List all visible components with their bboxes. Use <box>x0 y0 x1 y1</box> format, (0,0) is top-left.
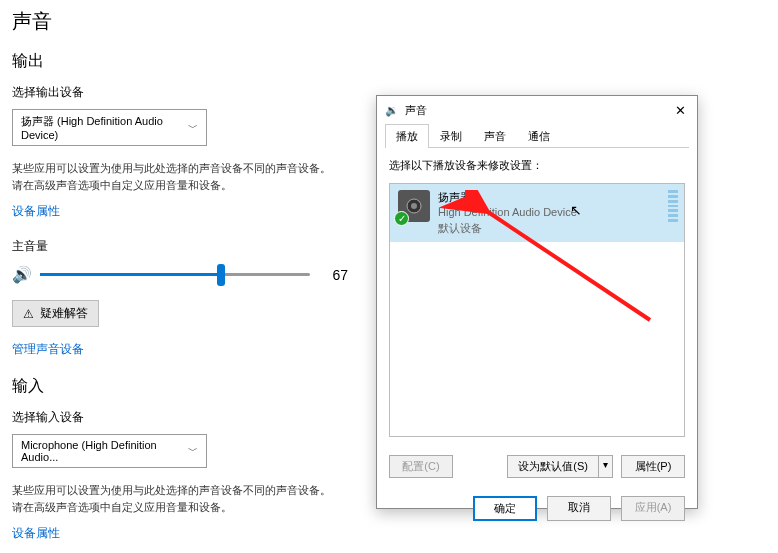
output-device-properties-link[interactable]: 设备属性 <box>12 203 60 220</box>
input-heading: 输入 <box>12 376 348 397</box>
warning-icon: ⚠ <box>23 307 34 321</box>
output-troubleshoot-label: 疑难解答 <box>40 305 88 322</box>
input-device-select-value: Microphone (High Definition Audio... <box>21 439 188 463</box>
speaker-icon: 🔉 <box>385 104 399 117</box>
device-level-meter <box>668 190 678 222</box>
configure-button[interactable]: 配置(C) <box>389 455 453 478</box>
output-heading: 输出 <box>12 51 348 72</box>
input-device-select[interactable]: Microphone (High Definition Audio... ﹀ <box>12 434 207 468</box>
speaker-icon[interactable]: 🔊 <box>12 265 32 284</box>
set-default-label: 设为默认值(S) <box>507 455 598 478</box>
output-desc: 某些应用可以设置为使用与此处选择的声音设备不同的声音设备。请在高级声音选项中自定… <box>12 160 332 193</box>
output-troubleshoot-button[interactable]: ⚠ 疑难解答 <box>12 300 99 327</box>
page-title: 声音 <box>12 8 348 35</box>
tab-sounds[interactable]: 声音 <box>473 124 517 148</box>
svg-point-1 <box>411 203 417 209</box>
device-name: 扬声器 <box>438 190 577 205</box>
output-select-label: 选择输出设备 <box>12 84 348 101</box>
playback-device-list[interactable]: ✓ 扬声器 High Definition Audio Device 默认设备 <box>389 183 685 437</box>
tab-playback[interactable]: 播放 <box>385 124 429 148</box>
tab-record[interactable]: 录制 <box>429 124 473 148</box>
output-manage-devices-link[interactable]: 管理声音设备 <box>12 341 84 358</box>
master-volume-label: 主音量 <box>12 238 348 255</box>
master-volume-slider[interactable] <box>40 273 310 276</box>
playback-device-item[interactable]: ✓ 扬声器 High Definition Audio Device 默认设备 <box>390 184 684 242</box>
ok-button[interactable]: 确定 <box>473 496 537 521</box>
set-default-button[interactable]: 设为默认值(S) ▾ <box>507 455 613 478</box>
default-check-icon: ✓ <box>394 211 409 226</box>
close-icon: ✕ <box>675 103 686 118</box>
output-device-select[interactable]: 扬声器 (High Definition Audio Device) ﹀ <box>12 109 207 146</box>
output-device-select-value: 扬声器 (High Definition Audio Device) <box>21 114 188 141</box>
input-device-properties-link[interactable]: 设备属性 <box>12 525 60 542</box>
master-volume-value: 67 <box>318 267 348 283</box>
properties-button[interactable]: 属性(P) <box>621 455 685 478</box>
dialog-hint: 选择以下播放设备来修改设置： <box>389 158 685 173</box>
input-select-label: 选择输入设备 <box>12 409 348 426</box>
input-desc: 某些应用可以设置为使用与此处选择的声音设备不同的声音设备。请在高级声音选项中自定… <box>12 482 332 515</box>
device-sub: High Definition Audio Device <box>438 205 577 220</box>
tab-communications[interactable]: 通信 <box>517 124 561 148</box>
chevron-down-icon: ﹀ <box>188 444 198 458</box>
cancel-button[interactable]: 取消 <box>547 496 611 521</box>
chevron-down-icon: ﹀ <box>188 121 198 135</box>
chevron-down-icon[interactable]: ▾ <box>598 455 613 478</box>
close-button[interactable]: ✕ <box>671 101 689 119</box>
device-default-label: 默认设备 <box>438 221 577 236</box>
sound-dialog: 🔉 声音 ✕ 播放 录制 声音 通信 选择以下播放设备来修改设置： ✓ 扬声器 <box>376 95 698 509</box>
dialog-title: 声音 <box>405 103 427 118</box>
apply-button[interactable]: 应用(A) <box>621 496 685 521</box>
